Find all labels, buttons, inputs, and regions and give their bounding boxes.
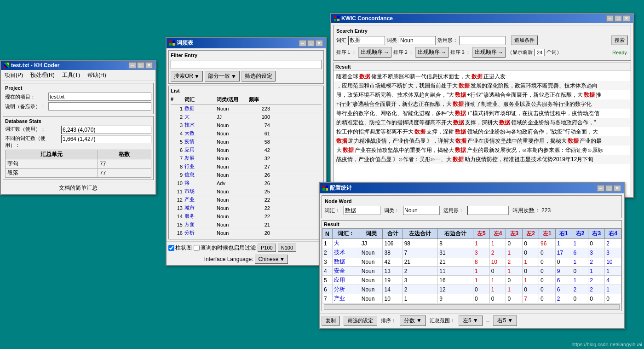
kwic-line[interactable]: 大数据产业在疫情攻坚战中的重要作用，揭秘大 数据 产业的最新发展状况，⊙本期内参… [334, 145, 630, 155]
freq-word[interactable]: 应用 [184, 146, 217, 153]
kwic-line[interactable]: +行业"渗透融合全面展开，新业态正在酝酿，大 数据 推动了制造业、服务业以及公共… [334, 99, 630, 109]
node-word-input[interactable] [344, 206, 380, 215]
list-item[interactable]: 6 应用 Noun 42 [171, 146, 322, 154]
freq-word[interactable]: 大数 [184, 130, 217, 137]
freq-word[interactable]: 将 [184, 180, 217, 186]
freq-count: 61 [249, 131, 272, 136]
p100-btn[interactable]: P100 [258, 244, 276, 252]
freq-word[interactable]: 服务 [184, 213, 217, 220]
copy-btn[interactable]: 复制 [322, 316, 340, 326]
footer-left-btn[interactable]: 左5 ▼ [459, 315, 483, 326]
bar-chart-checkbox[interactable] [168, 245, 174, 251]
list-item[interactable]: 1 数据 Noun 223 [171, 105, 322, 113]
config-h-scrollbar[interactable] [324, 304, 620, 310]
table-cell: 9 [438, 294, 473, 303]
list-item[interactable]: 12 产业 Noun 22 [171, 196, 322, 204]
freq-maximize-btn[interactable]: □ [307, 40, 315, 47]
list-item[interactable]: 2 大 JJ 100 [171, 113, 322, 121]
kwic-line[interactable]: 战疫情，产业价值凸显 》⊙作者：吴彤⊙一、大 数据 助力疫情防控，精准祖击显技术… [334, 155, 630, 164]
bar-chart-checkbox-label[interactable]: 柱状图 [168, 244, 192, 252]
table-cell: 6 [555, 285, 572, 294]
freq-count: 58 [249, 139, 272, 145]
sort2-btn[interactable]: 出现顺序 → [415, 47, 448, 58]
config-close-btn[interactable]: ✕ [614, 185, 621, 192]
node-type-input[interactable] [403, 206, 440, 215]
kwic-line[interactable]: 的精准定位、防控工作的指挥调度等都高不开大 数据 支撑，深耕大数据领域的企业纷纷… [334, 118, 630, 127]
list-item[interactable]: 14 服务 Noun 22 [171, 212, 322, 221]
filter-input[interactable] [171, 60, 322, 69]
n100-btn[interactable]: N100 [278, 244, 296, 252]
kwic-line[interactable]: 等行业的数字化、网络化、智能化进程，多种"大 数据 +"模式得到市场印证，在抗击… [334, 109, 630, 118]
freq-word[interactable]: 信息 [184, 171, 217, 178]
filter-query-checkbox[interactable] [194, 245, 200, 251]
list-item[interactable]: 7 发展 Noun 32 [171, 154, 322, 163]
list-item[interactable]: 8 行业 Noun 27 [171, 163, 322, 171]
list-item[interactable]: 13 城市 Noun 22 [171, 204, 322, 212]
sort1-btn[interactable]: 出现顺序 → [358, 47, 391, 58]
list-item[interactable]: 15 方面 Noun 21 [171, 221, 322, 229]
menu-help[interactable]: 帮助(H) [86, 71, 108, 80]
kwic-minimize-btn[interactable]: ─ [606, 15, 614, 22]
sort3-btn[interactable]: 出现顺序 → [472, 47, 506, 58]
freq-word[interactable]: 大 [184, 113, 217, 120]
add-condition-btn[interactable]: 追加条件 [511, 35, 538, 45]
kwic-close-btn[interactable]: ✕ [623, 15, 630, 22]
config-minimize-btn[interactable]: ─ [597, 185, 604, 192]
freq-word[interactable]: 分析 [184, 229, 217, 236]
list-item[interactable]: 4 大数 Noun 61 [171, 129, 322, 138]
kwic-line[interactable]: 数据助力精准战疫情，产业价值凸显 》，详解大 数据 产业在疫情攻坚战中的重要作用… [334, 136, 630, 145]
table-cell: 大 [332, 239, 360, 248]
table-cell: 2 [402, 267, 438, 276]
list-item[interactable]: 3 技术 Noun 74 [171, 121, 322, 129]
freq-word[interactable]: 疫情 [184, 138, 217, 145]
kh-minimize-btn[interactable]: ─ [129, 62, 136, 69]
footer-filter-btn[interactable]: 筛选的设定 [344, 316, 377, 326]
list-item[interactable]: 16 分析 Noun 20 [171, 229, 322, 237]
word-input[interactable] [348, 36, 385, 45]
footer-right-btn[interactable]: 右5 ▼ [493, 315, 517, 326]
lang-select-btn[interactable]: Chinese ▼ [255, 255, 288, 264]
partial-match-btn[interactable]: 部分一致 ▼ [205, 71, 240, 81]
form-input[interactable] [460, 36, 506, 45]
search-section: Search Entry 词汇 词类 活用形： 追加条件 搜索 排序１： 出现顺… [333, 25, 631, 61]
menu-preprocess[interactable]: 预处理(R) [29, 71, 57, 80]
search-btn[interactable]: 搜索 [611, 35, 628, 45]
kwic-line[interactable]: 控工作的指挥调度等都离不开大数据支撑，深耕 数据 领域的企业纷纷与各地政府合作，… [334, 127, 630, 136]
freq-word[interactable]: 技术 [184, 122, 217, 128]
menu-tools[interactable]: 工具(T) [60, 71, 82, 80]
col-header-word: 词汇 [184, 96, 217, 103]
freq-minimize-btn[interactable]: ─ [299, 40, 306, 47]
type-input[interactable] [399, 36, 436, 45]
freq-close-btn[interactable]: ✕ [316, 40, 323, 47]
freq-count: 26 [249, 180, 272, 186]
freq-word[interactable]: 行业 [184, 163, 217, 170]
kwic-line[interactable]: 段，政策环境不断完善、技术体系趋向融合，"大 数据 +行业"渗透融合全面展开，新… [334, 90, 630, 99]
footer-score-btn[interactable]: 分数 ▼ [400, 315, 426, 326]
search-or-btn[interactable]: 搜索OR ▼ [171, 71, 203, 81]
config-maximize-btn[interactable]: □ [605, 185, 613, 192]
freq-word[interactable]: 数据 [184, 105, 217, 112]
freq-word[interactable]: 产业 [184, 196, 217, 203]
freq-word[interactable]: 市场 [184, 188, 217, 195]
kh-close-btn[interactable]: ✕ [145, 62, 153, 69]
freq-word[interactable]: 发展 [184, 155, 217, 162]
freq-word[interactable]: 方面 [184, 221, 217, 228]
kwic-line[interactable]: 随着全球 数据 储量不断膨胀和新一代信息技术面世，大数据正进入发 [334, 72, 630, 81]
list-item[interactable]: 9 信息 Noun 26 [171, 171, 322, 179]
config-table-scroll[interactable]: N词汇：词类合计左边合计右边合计左5左4左3左2左1右1右2右3右4 1大JJ1… [322, 228, 621, 303]
current-project-input[interactable] [48, 93, 151, 101]
note-input[interactable] [48, 102, 151, 111]
node-form-input[interactable] [467, 206, 509, 215]
filter-settings-btn[interactable]: 筛选的设定 [242, 71, 276, 81]
list-item[interactable]: 11 市场 Noun 25 [171, 187, 322, 196]
table-cell: 0 [523, 267, 539, 276]
kwic-line[interactable]: ，应用范围和市场规模不断扩大，我国当前处于大 数据 发展的深化阶段，政策环境不断… [334, 81, 630, 90]
filter-query-checkbox-label[interactable]: 查询的时候也启用过滤 [194, 244, 256, 252]
menu-project[interactable]: 项目(P) [3, 71, 25, 80]
list-item[interactable]: 5 疫情 Noun 58 [171, 138, 322, 146]
freq-word[interactable]: 城市 [184, 204, 217, 211]
kwic-maximize-btn[interactable]: □ [615, 15, 622, 22]
word-label: 词汇 [336, 37, 346, 44]
kh-maximize-btn[interactable]: □ [137, 62, 144, 69]
list-item[interactable]: 10 将 Adv 26 [171, 179, 322, 187]
